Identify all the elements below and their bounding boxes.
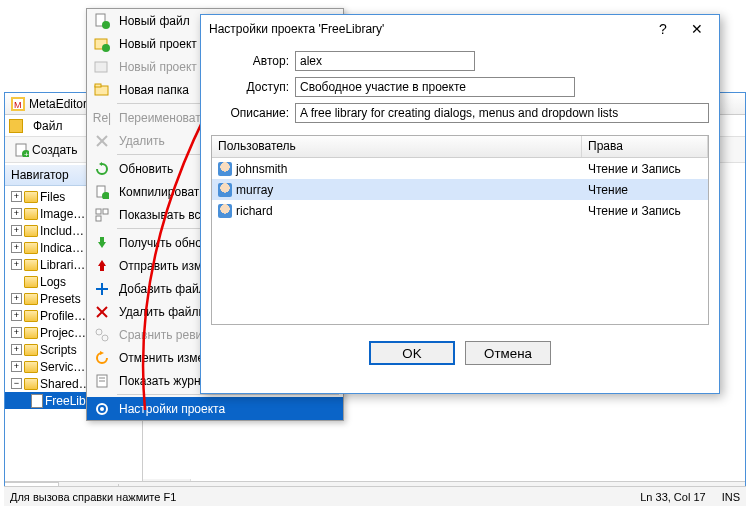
table-row[interactable]: richard Чтение и Запись bbox=[212, 200, 708, 221]
refresh-icon bbox=[93, 160, 111, 178]
ctx-label: Удалить файлы bbox=[119, 305, 207, 319]
toolbar-create-button[interactable]: + Создать bbox=[9, 141, 84, 159]
expander-icon[interactable]: − bbox=[11, 378, 22, 389]
tree-label[interactable]: Profile… bbox=[40, 309, 86, 323]
table-header: Пользователь Права bbox=[212, 136, 708, 158]
tree-label[interactable]: Indica… bbox=[40, 241, 84, 255]
table-row-selected[interactable]: murray Чтение bbox=[212, 179, 708, 200]
status-position: Ln 33, Col 17 bbox=[640, 491, 705, 503]
dialog-close-button[interactable]: ✕ bbox=[683, 18, 711, 40]
tree-label[interactable]: Includ… bbox=[40, 224, 84, 238]
remove-file-icon bbox=[93, 303, 111, 321]
expander-icon[interactable]: + bbox=[11, 208, 22, 219]
tree-label[interactable]: Librari… bbox=[40, 258, 85, 272]
new-project-icon bbox=[93, 58, 111, 76]
ctx-label: Новая папка bbox=[119, 83, 189, 97]
tree-label[interactable]: Image… bbox=[40, 207, 85, 221]
expander-icon[interactable]: + bbox=[11, 225, 22, 236]
code-area[interactable]: Signal_PriceLevel =0.0; // Price L Signa… bbox=[143, 445, 745, 481]
expander-icon[interactable]: + bbox=[11, 242, 22, 253]
ctx-label: Показывать все bbox=[119, 208, 207, 222]
svg-point-7 bbox=[102, 21, 110, 29]
undo-icon bbox=[93, 349, 111, 367]
user-permissions-table: Пользователь Права johnsmith Чтение и За… bbox=[211, 135, 709, 325]
expander-icon[interactable]: + bbox=[11, 191, 22, 202]
app-title: MetaEditor bbox=[29, 97, 87, 111]
folder-icon bbox=[24, 208, 38, 220]
svg-rect-18 bbox=[96, 209, 101, 214]
menu-file[interactable]: Файл bbox=[25, 117, 71, 135]
svg-point-9 bbox=[102, 44, 110, 52]
tree-label[interactable]: Shared… bbox=[40, 377, 91, 391]
expander-icon[interactable]: + bbox=[11, 327, 22, 338]
access-label: Доступ: bbox=[211, 80, 289, 94]
col-user[interactable]: Пользователь bbox=[212, 136, 582, 157]
compile-icon bbox=[93, 183, 111, 201]
svg-rect-12 bbox=[95, 84, 101, 87]
rights-cell: Чтение и Запись bbox=[582, 162, 708, 176]
folder-icon bbox=[24, 327, 38, 339]
show-all-icon bbox=[93, 206, 111, 224]
expander-icon[interactable]: + bbox=[11, 293, 22, 304]
ctx-project-settings[interactable]: Настройки проекта bbox=[87, 397, 343, 420]
menu-app-icon bbox=[9, 119, 23, 133]
delete-icon bbox=[93, 132, 111, 150]
tree-label[interactable]: Files bbox=[40, 190, 65, 204]
log-icon bbox=[93, 372, 111, 390]
tree-label[interactable]: Servic… bbox=[40, 360, 85, 374]
dialog-titlebar[interactable]: Настройки проекта 'FreeLibrary' ? ✕ bbox=[201, 15, 719, 43]
tree-label[interactable]: Presets bbox=[40, 292, 81, 306]
svg-rect-19 bbox=[103, 209, 108, 214]
author-label: Автор: bbox=[211, 54, 289, 68]
expander-icon[interactable]: + bbox=[11, 344, 22, 355]
tree-label[interactable]: Logs bbox=[40, 275, 66, 289]
ctx-label: Новый проект bbox=[119, 37, 197, 51]
svg-marker-31 bbox=[100, 351, 104, 355]
tree-label[interactable]: Projec… bbox=[40, 326, 86, 340]
rights-cell: Чтение и Запись bbox=[582, 204, 708, 218]
access-input[interactable] bbox=[295, 77, 575, 97]
folder-icon bbox=[24, 344, 38, 356]
folder-icon bbox=[24, 293, 38, 305]
tree-label[interactable]: Scripts bbox=[40, 343, 77, 357]
ctx-label: Обновить bbox=[119, 162, 173, 176]
ok-button[interactable]: OK bbox=[369, 341, 455, 365]
download-icon bbox=[93, 234, 111, 252]
project-icon bbox=[31, 394, 43, 408]
expander-icon[interactable] bbox=[11, 276, 22, 287]
folder-icon bbox=[24, 310, 38, 322]
ctx-label: Новый проект bbox=[119, 60, 197, 74]
svg-text:M: M bbox=[14, 100, 22, 110]
folder-icon bbox=[24, 242, 38, 254]
table-row[interactable]: johnsmith Чтение и Запись bbox=[212, 158, 708, 179]
folder-icon bbox=[24, 259, 38, 271]
folder-icon bbox=[24, 225, 38, 237]
ctx-label: Удалить bbox=[119, 134, 165, 148]
author-input[interactable] bbox=[295, 51, 475, 71]
col-rights[interactable]: Права bbox=[582, 136, 708, 157]
status-insert-mode: INS bbox=[722, 491, 740, 503]
dialog-help-button[interactable]: ? bbox=[649, 18, 677, 40]
folder-icon bbox=[24, 276, 38, 288]
user-icon bbox=[218, 204, 232, 218]
svg-rect-10 bbox=[95, 62, 107, 72]
new-folder-icon bbox=[93, 81, 111, 99]
ctx-label: Компилировать bbox=[119, 185, 206, 199]
ctx-separator bbox=[117, 394, 339, 395]
ctx-label: Новый файл bbox=[119, 14, 190, 28]
description-input[interactable] bbox=[295, 103, 709, 123]
gear-icon bbox=[93, 400, 111, 418]
svg-point-30 bbox=[102, 335, 108, 341]
expander-icon[interactable]: + bbox=[11, 310, 22, 321]
cancel-button[interactable]: Отмена bbox=[465, 341, 551, 365]
app-icon: M bbox=[11, 97, 25, 111]
user-icon bbox=[218, 162, 232, 176]
user-cell: johnsmith bbox=[236, 162, 287, 176]
expander-icon[interactable]: + bbox=[11, 259, 22, 270]
svg-point-36 bbox=[100, 407, 104, 411]
navigator-title: Навигатор bbox=[11, 168, 69, 182]
expander-icon[interactable]: + bbox=[11, 361, 22, 372]
folder-icon bbox=[24, 361, 38, 373]
description-label: Описание: bbox=[211, 106, 289, 120]
project-settings-dialog: Настройки проекта 'FreeLibrary' ? ✕ Авто… bbox=[200, 14, 720, 394]
